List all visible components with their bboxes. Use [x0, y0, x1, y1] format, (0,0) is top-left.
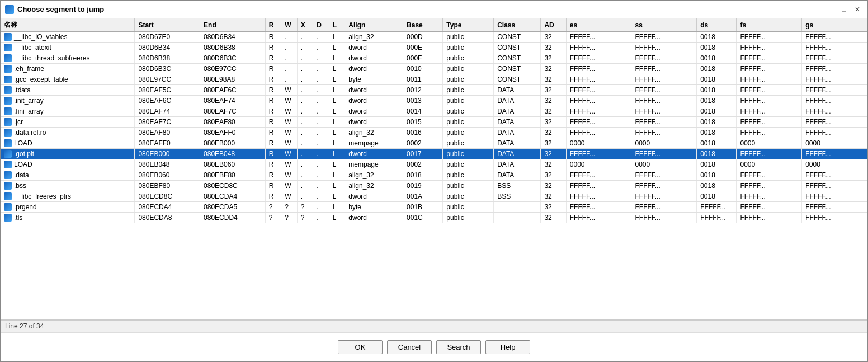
- cell-ds: 0018: [697, 96, 737, 106]
- table-row[interactable]: __libc_thread_subfreeres080D6B38080D6B3C…: [1, 53, 867, 64]
- table-row[interactable]: .eh_frame080D6B3C080E97CCR...Ldword0010p…: [1, 64, 867, 74]
- cell-ad: 32: [541, 138, 566, 149]
- maximize-button[interactable]: □: [838, 4, 850, 15]
- col-header-start: Start: [135, 18, 200, 32]
- cell-name: LOAD: [1, 159, 135, 170]
- table-row[interactable]: LOAD080EAFF0080EB000RW..Lmempage0002publ…: [1, 138, 867, 149]
- cell-x: .: [297, 32, 313, 43]
- cell-es: FFFFF...: [566, 181, 631, 191]
- table-row[interactable]: .prgend080ECDA4080ECDA5???.Lbyte001Bpubl…: [1, 202, 867, 213]
- cell-name: __libc_atexit: [1, 43, 135, 53]
- cell-es: FFFFF...: [566, 96, 631, 106]
- cell-w: W: [281, 159, 298, 170]
- cell-d: .: [313, 32, 329, 43]
- cell-name-text: __libc_atexit: [14, 44, 51, 51]
- cell-gs: FFFFF...: [802, 170, 867, 181]
- table-row[interactable]: __libc_IO_vtables080D67E0080D6B34R...Lal…: [1, 32, 867, 43]
- cell-gs: FFFFF...: [802, 117, 867, 128]
- cell-name: .bss: [1, 181, 135, 191]
- cell-name-text: __libc_IO_vtables: [14, 33, 67, 41]
- cell-ds: 0018: [697, 106, 737, 117]
- cell-l: L: [329, 149, 345, 159]
- cell-start: 080EAF7C: [135, 117, 200, 128]
- search-button[interactable]: Search: [436, 340, 481, 354]
- cell-ad: 32: [541, 74, 566, 85]
- table-row[interactable]: LOAD080EB048080EB060RW..Lmempage0002publ…: [1, 159, 867, 170]
- cell-es: FFFFF...: [566, 202, 631, 213]
- cell-fs: FFFFF...: [737, 213, 802, 223]
- col-header-class: Class: [494, 18, 541, 32]
- table-row[interactable]: .got.plt080EB000080EB048RW..Ldword0017pu…: [1, 149, 867, 159]
- cell-l: L: [329, 213, 345, 223]
- cell-x: .: [297, 117, 313, 128]
- cancel-button[interactable]: Cancel: [387, 340, 432, 354]
- cell-base: 0015: [403, 117, 443, 128]
- cell-fs: FFFFF...: [737, 149, 802, 159]
- cell-start: 080EAF74: [135, 106, 200, 117]
- cell-es: FFFFF...: [566, 85, 631, 96]
- cell-align: align_32: [345, 170, 403, 181]
- row-icon: [4, 171, 12, 179]
- cell-end: 080EAF74: [200, 96, 266, 106]
- help-button[interactable]: Help: [485, 340, 530, 354]
- cell-d: .: [313, 53, 329, 64]
- cell-name: .init_array: [1, 96, 135, 106]
- cell-class_: DATA: [494, 128, 541, 138]
- cell-d: .: [313, 202, 329, 213]
- cell-type: public: [443, 202, 494, 213]
- table-row[interactable]: .tls080ECDA8080ECDD4???.Ldword001Cpublic…: [1, 213, 867, 223]
- cell-name: .data: [1, 170, 135, 181]
- cell-l: L: [329, 64, 345, 74]
- cell-es: FFFFF...: [566, 64, 631, 74]
- cell-class_: CONST: [494, 74, 541, 85]
- cell-ds: 0018: [697, 64, 737, 74]
- cell-start: 080EAF80: [135, 128, 200, 138]
- cell-es: FFFFF...: [566, 32, 631, 43]
- cell-ds: 0018: [697, 32, 737, 43]
- cell-w: W: [281, 117, 298, 128]
- close-button[interactable]: ✕: [852, 4, 863, 15]
- cell-fs: FFFFF...: [737, 202, 802, 213]
- table-row[interactable]: .init_array080EAF6C080EAF74RW..Ldword001…: [1, 96, 867, 106]
- cell-ad: 32: [541, 32, 566, 43]
- cell-end: 080ECD8C: [200, 181, 266, 191]
- cell-align: dword: [345, 43, 403, 53]
- cell-l: L: [329, 74, 345, 85]
- cell-l: L: [329, 181, 345, 191]
- table-row[interactable]: .data080EB060080EBF80RW..Lalign_320018pu…: [1, 170, 867, 181]
- table-row[interactable]: .jcr080EAF7C080EAF80RW..Ldword0015public…: [1, 117, 867, 128]
- cell-start: 080ECDA8: [135, 213, 200, 223]
- minimize-button[interactable]: —: [825, 4, 836, 15]
- cell-r: R: [265, 106, 281, 117]
- cell-fs: FFFFF...: [737, 181, 802, 191]
- table-row[interactable]: .fini_array080EAF74080EAF7CRW..Ldword001…: [1, 106, 867, 117]
- status-bar: Line 27 of 34: [1, 320, 867, 332]
- cell-type: public: [443, 149, 494, 159]
- cell-type: public: [443, 85, 494, 96]
- table-row[interactable]: .data.rel.ro080EAF80080EAFF0RW..Lalign_3…: [1, 128, 867, 138]
- col-header-w: W: [281, 18, 298, 32]
- cell-ss: FFFFF...: [631, 106, 697, 117]
- cell-name-text: .prgend: [14, 203, 37, 211]
- cell-class_: DATA: [494, 159, 541, 170]
- ok-button[interactable]: OK: [338, 340, 383, 354]
- cell-type: public: [443, 64, 494, 74]
- table-row[interactable]: __libc_atexit080D6B34080D6B38R...Ldword0…: [1, 43, 867, 53]
- cell-class_: DATA: [494, 106, 541, 117]
- cell-type: public: [443, 43, 494, 53]
- cell-end: 080ECDD4: [200, 213, 266, 223]
- segment-table-container: 名称 Start End R W X D L Align Base Type C…: [1, 18, 867, 320]
- cell-gs: FFFFF...: [802, 64, 867, 74]
- cell-x: .: [297, 53, 313, 64]
- table-row[interactable]: __libc_freeres_ptrs080ECD8C080ECDA4RW..L…: [1, 191, 867, 202]
- col-header-end: End: [200, 18, 266, 32]
- cell-es: FFFFF...: [566, 74, 631, 85]
- table-row[interactable]: .tdata080EAF5C080EAF6CRW..Ldword0012publ…: [1, 85, 867, 96]
- cell-base: 001A: [403, 191, 443, 202]
- table-row[interactable]: .gcc_except_table080E97CC080E98A8R...Lby…: [1, 74, 867, 85]
- cell-end: 080E97CC: [200, 64, 266, 74]
- col-header-ss: ss: [631, 18, 697, 32]
- cell-class_: DATA: [494, 138, 541, 149]
- cell-x: ?: [297, 202, 313, 213]
- table-row[interactable]: .bss080EBF80080ECD8CRW..Lalign_320019pub…: [1, 181, 867, 191]
